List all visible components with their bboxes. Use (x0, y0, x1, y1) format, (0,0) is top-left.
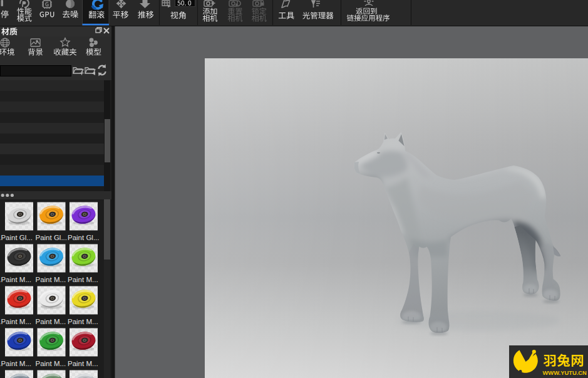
svg-text:WWW.YUTU.CN: WWW.YUTU.CN (543, 369, 587, 376)
